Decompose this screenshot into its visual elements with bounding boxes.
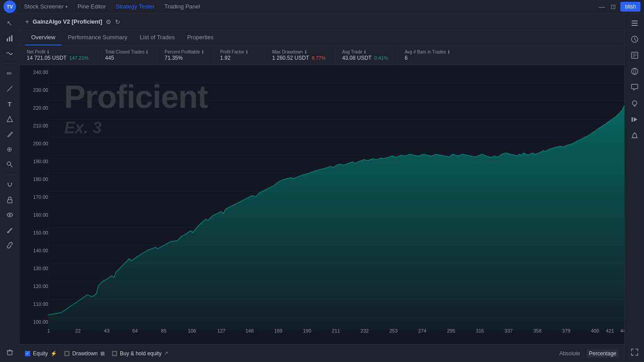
- strategy-settings-icon[interactable]: ⚙: [106, 18, 111, 25]
- nav-trading-panel[interactable]: Trading Panel: [160, 1, 205, 12]
- x-label-43: 43: [104, 328, 109, 333]
- tab-overview[interactable]: Overview: [25, 30, 62, 45]
- svg-rect-35: [632, 25, 638, 26]
- news-icon[interactable]: [628, 48, 642, 62]
- replay-icon[interactable]: [628, 112, 642, 127]
- stat-divider-4: [265, 49, 265, 62]
- x-label-211: 211: [332, 328, 340, 333]
- sidebar-divider-1: [4, 63, 16, 64]
- cursor-icon[interactable]: ↖: [3, 16, 17, 30]
- svg-line-38: [635, 39, 636, 41]
- magnet-icon[interactable]: [3, 177, 17, 192]
- x-label-253: 253: [390, 328, 398, 333]
- watchlist-icon[interactable]: [628, 16, 642, 30]
- x-label-127: 127: [217, 328, 225, 333]
- buy-hold-label: Buy & hold equity: [120, 350, 161, 357]
- main-layout: ↖ ✏ T ⊕: [0, 13, 644, 362]
- x-label-358: 358: [533, 328, 541, 333]
- nav-stock-screener[interactable]: Stock Screener ▾: [20, 1, 72, 12]
- stat-net-profit: Net Profit ℹ 14 721.05 USDT 147.21%: [27, 49, 98, 61]
- net-profit-badge: 147.21%: [69, 55, 88, 61]
- stats-bar: Net Profit ℹ 14 721.05 USDT 147.21% Tota…: [20, 45, 624, 65]
- tab-properties[interactable]: Properties: [181, 30, 220, 45]
- svg-point-5: [7, 162, 11, 165]
- chart-bar-icon[interactable]: [3, 31, 17, 45]
- stat-total-closed-trades: Total Closed Trades ℹ 445: [105, 49, 157, 61]
- fullscreen-icon[interactable]: ⊡: [609, 2, 618, 11]
- alerts-icon[interactable]: [628, 128, 642, 143]
- line-tool-icon[interactable]: [3, 82, 17, 96]
- svg-rect-31: [65, 351, 69, 355]
- right-sidebar: [624, 13, 644, 362]
- drawdown-label: Drawdown: [72, 350, 98, 357]
- x-axis-labels: 1 22 43 64 85 106 127 148 169 190 211 23…: [49, 326, 624, 335]
- fullscreen-chart-icon[interactable]: [628, 345, 642, 359]
- legend-drawdown: Drawdown ▦: [64, 350, 105, 357]
- tab-performance-summary[interactable]: Performance Summary: [62, 30, 134, 45]
- x-label-379: 379: [562, 328, 570, 333]
- x-label-232: 232: [361, 328, 369, 333]
- crosshair-icon[interactable]: ⊕: [3, 142, 17, 156]
- strategy-title: GainzAlgo V2 [Proficient]: [33, 18, 102, 25]
- avg-trade-badge: 0.41%: [374, 55, 388, 61]
- max-drawdown-info[interactable]: ℹ: [305, 49, 307, 54]
- max-drawdown-badge: 8.77%: [312, 55, 325, 61]
- avg-trade-info[interactable]: ℹ: [364, 49, 366, 54]
- shape-tool-icon[interactable]: [3, 112, 17, 126]
- text-tool-icon[interactable]: T: [3, 97, 17, 111]
- strategy-reload-icon[interactable]: ↻: [115, 18, 120, 25]
- publish-button[interactable]: blish: [620, 2, 640, 12]
- net-profit-info[interactable]: ℹ: [47, 49, 49, 54]
- equity-adjust-icon[interactable]: ⚡: [50, 350, 57, 357]
- brush-icon[interactable]: [3, 223, 17, 237]
- buy-hold-trend-icon: ↗: [164, 350, 168, 356]
- view-absolute-btn[interactable]: Absolute: [557, 350, 583, 358]
- add-indicator-icon[interactable]: +: [25, 18, 29, 26]
- tab-list-of-trades[interactable]: List of Trades: [134, 30, 181, 45]
- stat-profit-factor: Profit Factor ℹ 1.92: [220, 49, 265, 61]
- svg-point-44: [632, 101, 637, 105]
- nav-pine-editor[interactable]: Pine Editor: [73, 1, 111, 12]
- x-label-337: 337: [505, 328, 513, 333]
- stat-avg-trade: Avg Trade ℹ 43.08 USDT 0.41%: [342, 49, 397, 61]
- svg-line-6: [10, 165, 12, 168]
- content-area: + GainzAlgo V2 [Proficient] ⚙ ↻ Overview…: [20, 13, 624, 362]
- stat-divider-1: [98, 49, 98, 62]
- svg-rect-34: [632, 23, 638, 24]
- pencil-icon[interactable]: ✏: [3, 66, 17, 81]
- avg-bars-info[interactable]: ℹ: [448, 49, 450, 54]
- ideas-icon[interactable]: [628, 96, 642, 111]
- sidebar-divider-2: [4, 174, 16, 175]
- buy-hold-checkbox[interactable]: [112, 351, 117, 356]
- view-percentage-btn[interactable]: Percentage: [587, 350, 619, 358]
- drawdown-checkbox[interactable]: [64, 351, 70, 356]
- minimize-icon[interactable]: —: [597, 2, 606, 11]
- drawdown-icon[interactable]: ▦: [100, 350, 105, 356]
- clock-icon[interactable]: [628, 32, 642, 46]
- link-icon[interactable]: [3, 238, 17, 252]
- x-label-442: 442: [620, 328, 624, 333]
- chart-area[interactable]: Proficient Ex. 3 240.00 230.00 220.00 21…: [20, 65, 624, 344]
- x-label-85: 85: [161, 328, 166, 333]
- lock-icon[interactable]: [3, 193, 17, 207]
- heatmap-icon[interactable]: [628, 64, 642, 78]
- zoom-tool-icon[interactable]: [3, 157, 17, 172]
- chat-icon[interactable]: [628, 80, 642, 95]
- x-label-148: 148: [246, 328, 254, 333]
- nav-strategy-tester[interactable]: Strategy Tester: [111, 1, 159, 12]
- topbar: TV Stock Screener ▾ Pine Editor Strategy…: [0, 0, 644, 13]
- indicator-icon[interactable]: [3, 46, 17, 61]
- profit-factor-info[interactable]: ℹ: [246, 49, 248, 54]
- trash-icon[interactable]: [3, 345, 17, 359]
- bottom-controls: Equity ⚡ Drawdown ▦ Buy & hold equity ↗: [20, 344, 624, 362]
- view-controls: Absolute Percentage: [557, 350, 619, 358]
- percent-profitable-info[interactable]: ℹ: [202, 49, 204, 54]
- x-label-1: 1: [47, 328, 50, 333]
- pen-tool-icon[interactable]: [3, 127, 17, 141]
- total-trades-info[interactable]: ℹ: [146, 49, 148, 54]
- equity-checkbox[interactable]: [25, 351, 30, 356]
- equity-chart-svg: [20, 65, 624, 344]
- eye-icon[interactable]: [3, 208, 17, 222]
- x-label-64: 64: [132, 328, 138, 333]
- topbar-right: — ⊡ blish: [597, 2, 640, 12]
